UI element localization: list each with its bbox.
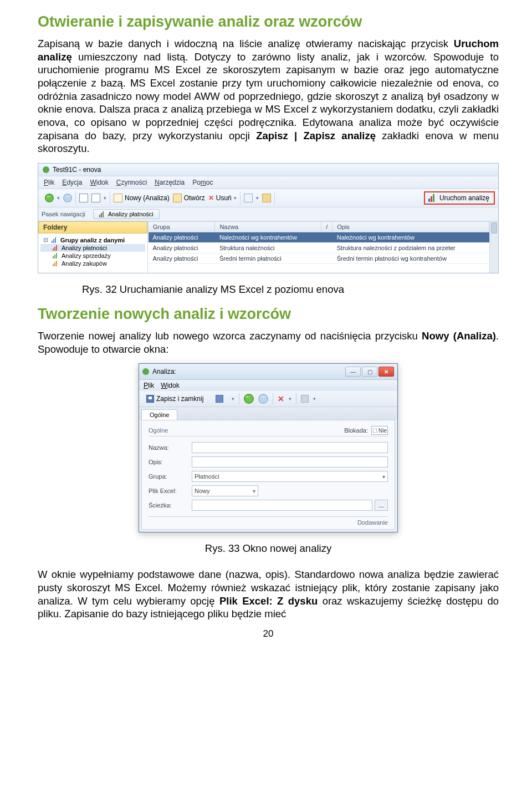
- blokada-value: Nie: [378, 428, 387, 434]
- input-opis[interactable]: [192, 456, 388, 468]
- list-icon[interactable]: [79, 194, 88, 202]
- crumb-text: Analizy płatności: [108, 211, 154, 217]
- tree-root[interactable]: ⊟ Grupy analiz z danymi: [40, 236, 145, 244]
- page-number: 20: [38, 628, 499, 639]
- uruchom-label: Uruchom analizę: [439, 194, 489, 202]
- figure-caption-32: Rys. 32 Uruchamianie analizy MS Excel z …: [82, 283, 499, 296]
- uruchom-analize-button[interactable]: Uruchom analizę: [424, 191, 495, 205]
- dialog-titlebar: Analiza: — ▢ ✕: [139, 364, 397, 380]
- nav-fwd-icon[interactable]: [258, 394, 268, 404]
- print-icon[interactable]: [301, 395, 309, 403]
- menu-widok[interactable]: Widok: [161, 382, 179, 389]
- browse-button[interactable]: …: [375, 500, 388, 511]
- cell: [321, 253, 332, 264]
- heading-create-new: Tworzenie nowych analiz i wzorców: [38, 306, 499, 323]
- nav-back-icon[interactable]: [244, 394, 254, 404]
- table-row[interactable]: Analizy płatności Struktura należności S…: [149, 243, 489, 253]
- form-panel: Ogólne Blokada: ☐Nie Nazwa: Opis: Grupa:…: [141, 420, 395, 530]
- plik-value: Nowy: [195, 488, 210, 494]
- copy-dropdown-icon[interactable]: ▾: [256, 195, 259, 201]
- p2-a: Tworzenie nowej analizy lub nowego wzorc…: [38, 330, 422, 342]
- cell: [321, 243, 332, 253]
- label-grupa: Grupa:: [149, 473, 192, 480]
- save-dropdown-icon[interactable]: ▾: [232, 396, 234, 402]
- input-sciezka[interactable]: [192, 500, 372, 511]
- menu-plik[interactable]: Plik: [144, 382, 154, 389]
- menu-widok[interactable]: Widok: [90, 179, 108, 186]
- label-opis: Opis:: [149, 459, 192, 465]
- nav-bar: Pasek nawigacji Analizy płatności: [38, 207, 498, 221]
- col-sort[interactable]: /: [321, 222, 332, 232]
- tab-strip: Ogólne: [139, 407, 397, 420]
- delete-icon[interactable]: ✕: [278, 394, 284, 403]
- col-nazwa[interactable]: Nazwa: [215, 222, 321, 232]
- app-icon: [43, 166, 49, 173]
- table-row[interactable]: Analizy płatności Należności wg kontrahe…: [149, 232, 489, 243]
- tree-icon: [53, 253, 59, 258]
- blokada-checkbox[interactable]: ☐Nie: [371, 426, 388, 435]
- breadcrumb[interactable]: Analizy płatności: [93, 209, 160, 219]
- p1-c: umieszczony nad listą. Dotyczy to zarówn…: [38, 51, 499, 141]
- window-titlebar: Test91C - enova: [38, 164, 498, 176]
- chart-icon: [428, 194, 436, 202]
- tree-item-zakupow[interactable]: Analizy zakupów: [40, 260, 145, 267]
- col-opis[interactable]: Opis: [332, 222, 489, 232]
- folder-tree: ⊟ Grupy analiz z danymi Analizy płatnośc…: [38, 233, 147, 273]
- paragraph-3: W oknie wypełniamy podstawowe dane (nazw…: [38, 568, 499, 621]
- menu-czynnosci[interactable]: Czynności: [116, 179, 147, 186]
- figure-caption-33: Rys. 33 Okno nowej analizy: [38, 542, 499, 555]
- close-button[interactable]: ✕: [378, 367, 394, 377]
- tree-item-platnosci[interactable]: Analizy płatności: [40, 244, 145, 252]
- section-header: Ogólne Blokada: ☐Nie: [149, 426, 388, 436]
- screenshot-analiza-dialog: Analiza: — ▢ ✕ Plik Widok Zapisz i zamkn…: [139, 363, 398, 532]
- dialog-menu: Plik Widok: [139, 380, 397, 391]
- delete-dropdown-icon[interactable]: ▾: [289, 396, 291, 402]
- tab-ogolne[interactable]: Ogólne: [141, 409, 177, 420]
- table-row[interactable]: Analizy płatności Średni termin płatnośc…: [149, 253, 489, 264]
- copy-icon[interactable]: [244, 194, 253, 202]
- cell: Należności wg kontrahentów: [215, 232, 321, 243]
- select-plik-excel[interactable]: Nowy: [192, 485, 258, 496]
- maximize-button[interactable]: ▢: [362, 367, 377, 377]
- blokada-label: Blokada:: [344, 427, 368, 434]
- toolbar: ▾ ▾ Nowy (Analiza) Otwórz ✕ Usuń ▾: [38, 189, 498, 207]
- heading-open-save: Otwieranie i zapisywanie analiz oraz wzo…: [38, 13, 499, 31]
- paragraph-2: Tworzenie nowej analizy lub nowego wzorc…: [38, 329, 499, 356]
- save-close-button[interactable]: Zapisz i zamknij: [142, 393, 207, 404]
- usun-label: Usuń: [216, 194, 232, 202]
- otworz-button[interactable]: Otwórz: [173, 194, 205, 202]
- save-button[interactable]: [212, 393, 227, 404]
- vertical-scrollbar[interactable]: [489, 221, 498, 273]
- col-grupa[interactable]: Grupa: [149, 222, 215, 232]
- cell: Średni termin płatności wg kontrahentów: [332, 253, 489, 264]
- cell: Analizy płatności: [149, 243, 215, 253]
- menu-edycja[interactable]: Edycja: [62, 179, 82, 186]
- tree-icon: [53, 261, 59, 266]
- otworz-label: Otwórz: [184, 194, 205, 202]
- usun-button[interactable]: ✕ Usuń ▾: [208, 194, 237, 202]
- cell: Analizy płatności: [149, 232, 215, 243]
- print-dropdown-icon[interactable]: ▾: [313, 396, 316, 402]
- p1-a: Zapisaną w bazie danych i widoczną na li…: [38, 38, 454, 49]
- list2-icon[interactable]: [91, 194, 100, 202]
- tree-item-sprzedazy[interactable]: Analizy sprzedaży: [40, 252, 145, 260]
- folder-icon[interactable]: [262, 194, 271, 202]
- menu-pomoc[interactable]: Pomoc: [192, 179, 213, 186]
- menu-narzedzia[interactable]: Narzędzia: [155, 179, 185, 186]
- menu-plik[interactable]: Plik: [44, 179, 54, 186]
- input-nazwa[interactable]: [192, 442, 388, 453]
- tree-root-icon: [52, 237, 58, 243]
- nav-label: Pasek nawigacji: [42, 211, 85, 217]
- back-icon[interactable]: [45, 194, 54, 202]
- grid-header-row: Grupa Nazwa / Opis: [149, 222, 489, 232]
- list-dropdown-icon[interactable]: ▾: [104, 195, 106, 201]
- label-sciezka: Ścieżka:: [149, 502, 192, 509]
- back-dropdown-icon[interactable]: ▾: [57, 195, 60, 201]
- label-nazwa: Nazwa:: [149, 444, 192, 451]
- forward-icon[interactable]: [63, 194, 72, 202]
- cell: Struktura należności: [215, 243, 321, 253]
- select-grupa[interactable]: Płatności: [192, 471, 388, 482]
- nowy-button[interactable]: Nowy (Analiza): [114, 194, 170, 202]
- paragraph-1: Zapisaną w bazie danych i widoczną na li…: [38, 37, 499, 155]
- minimize-button[interactable]: —: [345, 367, 361, 377]
